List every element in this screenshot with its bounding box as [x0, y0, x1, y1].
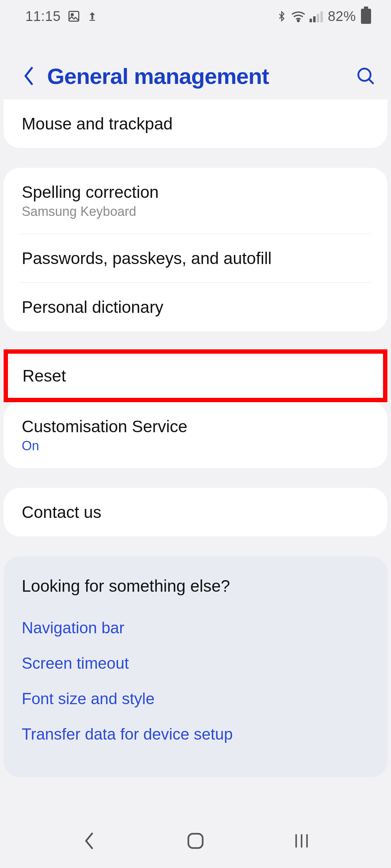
status-left: 11:15	[25, 9, 98, 24]
svg-rect-6	[317, 14, 319, 22]
card-reset-highlighted: Reset	[4, 349, 387, 402]
status-time: 11:15	[25, 9, 61, 24]
card-customisation: Customisation Service On	[4, 402, 387, 468]
row-personal-dictionary[interactable]: Personal dictionary	[4, 283, 387, 331]
wifi-icon	[291, 10, 306, 22]
system-nav-bar	[0, 814, 391, 868]
svg-point-1	[71, 14, 73, 16]
svg-rect-9	[188, 834, 203, 848]
signal-icon	[310, 10, 324, 22]
nav-recents-button[interactable]	[289, 828, 314, 854]
row-mouse-trackpad[interactable]: Mouse and trackpad	[4, 99, 387, 148]
link-transfer-data[interactable]: Transfer data for device setup	[22, 716, 369, 752]
svg-rect-5	[313, 16, 316, 22]
svg-point-3	[298, 20, 299, 22]
row-subtitle: Samsung Keyboard	[22, 204, 369, 219]
svg-rect-4	[310, 19, 312, 22]
card-suggestions: Looking for something else? Navigation b…	[4, 556, 387, 777]
row-title: Passwords, passkeys, and autofill	[22, 248, 369, 268]
search-button[interactable]	[355, 65, 377, 87]
back-button[interactable]	[18, 65, 40, 87]
row-title: Customisation Service	[22, 417, 369, 436]
row-title: Spelling correction	[22, 182, 369, 202]
nav-back-button[interactable]	[77, 828, 102, 854]
row-status: On	[22, 438, 369, 454]
status-right: 82%	[276, 9, 371, 24]
svg-rect-7	[320, 12, 323, 22]
row-title: Reset	[22, 366, 369, 386]
row-spelling-correction[interactable]: Spelling correction Samsung Keyboard	[4, 168, 387, 234]
row-contact-us[interactable]: Contact us	[4, 488, 387, 536]
row-title: Contact us	[22, 502, 369, 522]
row-title: Mouse and trackpad	[22, 114, 369, 133]
upload-icon	[87, 10, 98, 23]
header: General management	[0, 56, 391, 96]
battery-icon	[361, 9, 371, 24]
svg-rect-2	[89, 20, 95, 21]
page-title: General management	[47, 63, 269, 89]
row-customisation-service[interactable]: Customisation Service On	[4, 402, 387, 468]
content: Mouse and trackpad Spelling correction S…	[0, 99, 391, 814]
link-font-size-style[interactable]: Font size and style	[22, 681, 369, 716]
row-passwords[interactable]: Passwords, passkeys, and autofill	[4, 234, 387, 282]
card-keyboard: Spelling correction Samsung Keyboard Pas…	[4, 168, 387, 331]
nav-home-button[interactable]	[183, 828, 208, 854]
card-contact: Contact us	[4, 488, 387, 536]
row-title: Personal dictionary	[22, 297, 369, 317]
suggestions-title: Looking for something else?	[22, 576, 369, 596]
row-reset[interactable]: Reset	[8, 354, 383, 398]
battery-text: 82%	[328, 9, 356, 24]
bluetooth-icon	[276, 9, 287, 23]
status-bar: 11:15	[0, 0, 391, 33]
image-icon	[67, 10, 80, 23]
link-screen-timeout[interactable]: Screen timeout	[22, 646, 369, 681]
link-navigation-bar[interactable]: Navigation bar	[22, 610, 369, 646]
card-peripherals: Mouse and trackpad	[4, 99, 387, 148]
